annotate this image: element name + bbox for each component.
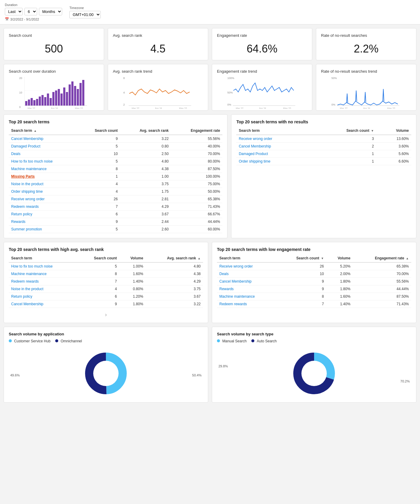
svg-rect-24 <box>74 86 76 106</box>
table-row: Cancel Membership <box>236 143 312 150</box>
col-nr-volume[interactable]: Volume <box>376 127 411 135</box>
legend-manual: Manual Search <box>217 339 247 343</box>
high-rank-table: Search term Search count Volume Avg. sea… <box>9 254 203 308</box>
svg-text:100%: 100% <box>228 77 234 80</box>
legend-csh: Customer Service Hub <box>9 339 50 343</box>
col-le-count[interactable]: Search count ▼ <box>278 254 326 262</box>
donut-type-card: Search volume by search type Manual Sear… <box>212 327 416 403</box>
col-hr-volume[interactable]: Volume <box>119 254 145 262</box>
svg-rect-16 <box>52 92 55 106</box>
svg-rect-8 <box>31 98 33 106</box>
svg-rect-11 <box>39 97 41 106</box>
svg-text:May 22: May 22 <box>75 107 83 109</box>
svg-rect-7 <box>28 100 30 106</box>
date-range: 📅 3/2/2022 - 9/1/2022 <box>5 17 62 21</box>
table-row: Rewards <box>9 218 78 226</box>
svg-text:Mar 27: Mar 27 <box>132 107 139 109</box>
svg-rect-27 <box>82 80 84 106</box>
chart-no-result-area: 50% 0% Mar 27 Apr 24 May 22 Rate of no-r… <box>321 75 411 106</box>
kpi-avg-rank: Avg. search rank 4.5 <box>108 28 208 60</box>
legend-auto: Auto Search <box>251 339 277 343</box>
kpi-row: Search count 500 Avg. search rank 4.5 En… <box>4 28 416 60</box>
col-nr-count[interactable]: Search count ▼ <box>312 127 377 135</box>
col-search-term[interactable]: Search term ▲ <box>9 127 78 135</box>
kpi-engagement: Engagement rate 64.6% <box>212 28 312 60</box>
table-row: Summer promotion <box>9 226 78 233</box>
low-engagement-table: Search term Search count ▼ Volume Engage… <box>217 254 411 308</box>
svg-rect-18 <box>58 89 60 106</box>
kpi-no-result-value: 2.2% <box>321 43 411 55</box>
col-nr-term[interactable]: Search term <box>236 127 312 135</box>
no-result-title: Top 20 search terms with no results <box>236 119 411 124</box>
svg-text:20: 20 <box>19 77 22 80</box>
table-row: Order shipping time <box>236 158 312 165</box>
kpi-no-result: Rate of no-result searches 2.2% <box>316 28 416 60</box>
col-count[interactable]: Search count <box>78 127 120 135</box>
col-le-volume[interactable]: Volume <box>326 254 353 262</box>
kpi-search-count: Search count 500 <box>4 28 104 60</box>
duration-unit-select[interactable]: Months <box>39 8 62 15</box>
svg-rect-19 <box>61 94 63 106</box>
duration-prefix-select[interactable]: Last <box>5 8 23 15</box>
svg-text:0: 0 <box>19 106 21 109</box>
duration-group: Duration Last 6 Months 📅 3/2/2022 - 9/1/… <box>5 3 62 21</box>
high-rank-scroll[interactable]: Search term Search count Volume Avg. sea… <box>9 254 203 308</box>
donut-app-legend: Customer Service Hub Omnichannel <box>9 339 203 343</box>
donut-app-card: Search volume by application Customer Se… <box>4 327 208 403</box>
table-row: Machine maintenance <box>217 293 278 300</box>
donut-type-title: Search volume by search type <box>217 332 411 336</box>
no-result-table: Search term Search count ▼ Volume Receiv… <box>236 127 411 165</box>
svg-point-57 <box>93 361 119 386</box>
col-hr-term[interactable]: Search term <box>9 254 78 262</box>
svg-rect-15 <box>50 98 52 106</box>
donut-type-legend: Manual Search Auto Search <box>217 339 411 343</box>
svg-rect-23 <box>72 81 74 106</box>
chart-engagement-area: 100% 50% 0% Mar 27 Apr 24 May 22 Engagem… <box>217 75 307 106</box>
low-engagement-title: Top 20 search terms with low engagement … <box>217 247 411 252</box>
timezone-select[interactable]: GMT+01:00 <box>69 11 101 18</box>
svg-text:8: 8 <box>123 77 125 80</box>
table-row: Return policy <box>9 211 78 218</box>
table-row: Redeem rewards <box>217 300 278 308</box>
svg-text:Apr 24: Apr 24 <box>51 107 58 109</box>
chart-no-result-title: Rate of no-result searches trend <box>321 69 411 74</box>
col-hr-rank[interactable]: Avg. search rank ▲ <box>146 254 203 262</box>
col-engagement[interactable]: Engagement rate <box>171 127 222 135</box>
low-engagement-scroll[interactable]: Search term Search count ▼ Volume Engage… <box>217 254 411 308</box>
chart-no-result-trend: Rate of no-result searches trend 50% 0% … <box>316 64 416 111</box>
col-hr-count[interactable]: Search count <box>78 254 119 262</box>
donut-row: Search volume by application Customer Se… <box>4 327 416 403</box>
table-row: Return policy <box>9 293 78 300</box>
col-le-engagement[interactable]: Engagement rate ▲ <box>353 254 411 262</box>
duration-label: Duration <box>5 3 62 7</box>
svg-text:4: 4 <box>123 91 125 94</box>
kpi-search-count-value: 500 <box>9 43 99 55</box>
chart-avg-rank: Avg. search rank trend 8 4 2 Mar 27 Apr … <box>108 64 208 111</box>
kpi-engagement-title: Engagement rate <box>217 33 307 38</box>
donut-app-label-left: 49.6% <box>10 373 20 377</box>
timezone-label: Timezone <box>69 6 101 10</box>
kpi-search-count-title: Search count <box>9 33 99 38</box>
chart-search-count-area: 20 10 0 <box>9 75 99 106</box>
table-row: How to fix too much noise <box>9 158 78 165</box>
svg-text:Mar 27: Mar 27 <box>28 107 35 109</box>
chart-search-count-title: Search count over duration <box>9 69 99 74</box>
calendar-icon: 📅 <box>5 17 9 21</box>
svg-text:Apr 24: Apr 24 <box>363 107 371 109</box>
chart-avg-rank-title: Avg. search rank trend <box>113 69 203 74</box>
donut-app-chart: 49.6% 50.4% <box>9 349 203 398</box>
donut-type-chart: 29.8% 70.2% <box>217 349 411 398</box>
scroll-right-icon: › <box>9 312 203 318</box>
top-bar: Duration Last 6 Months 📅 3/2/2022 - 9/1/… <box>0 0 420 24</box>
kpi-avg-rank-title: Avg. search rank <box>113 33 203 38</box>
table-row: Redeem rewards <box>9 278 78 285</box>
table-row: Receive wrong order <box>236 135 312 143</box>
svg-text:0%: 0% <box>228 103 231 106</box>
svg-text:50%: 50% <box>228 91 233 94</box>
svg-rect-6 <box>25 101 27 106</box>
duration-value-select[interactable]: 6 <box>24 8 37 15</box>
chart-avg-rank-area: 8 4 2 Mar 27 Apr 24 May 22 Avg. search r… <box>113 75 203 106</box>
col-avg-rank[interactable]: Avg. search rank <box>120 127 171 135</box>
col-le-term[interactable]: Search term <box>217 254 278 262</box>
svg-text:May 22: May 22 <box>283 107 291 109</box>
